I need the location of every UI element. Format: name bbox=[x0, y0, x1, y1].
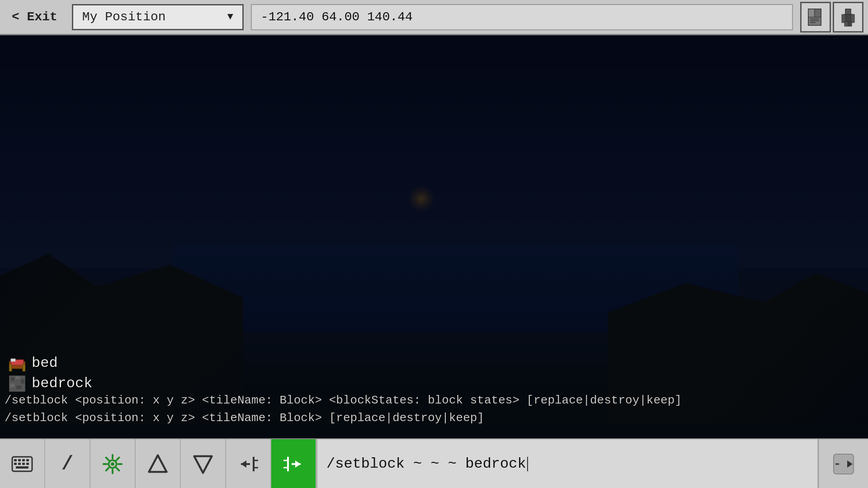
coordinates-display: -121.40 64.00 140.44 bbox=[251, 4, 793, 30]
svg-marker-45 bbox=[149, 455, 167, 472]
svg-marker-49 bbox=[241, 460, 246, 468]
settings-button[interactable] bbox=[90, 439, 136, 488]
svg-rect-15 bbox=[11, 359, 15, 361]
keyboard-icon bbox=[10, 452, 34, 476]
coordinates-text: -121.40 64.00 140.44 bbox=[261, 10, 413, 24]
command-hint-1: /setblock <position: x y z> <tileName: B… bbox=[5, 392, 863, 409]
autocomplete-bedrock[interactable]: bedrock bbox=[9, 375, 92, 392]
sky bbox=[0, 0, 868, 268]
svg-rect-20 bbox=[15, 376, 20, 379]
svg-line-42 bbox=[117, 468, 119, 470]
send-button[interactable] bbox=[818, 439, 868, 488]
down-arrow-icon bbox=[191, 452, 215, 476]
exit-button[interactable]: < Exit bbox=[5, 6, 65, 28]
command-hint-2: /setblock <position: x y z> <tileName: B… bbox=[5, 409, 863, 427]
header-icons bbox=[800, 2, 863, 33]
player-icon bbox=[838, 7, 858, 27]
svg-rect-34 bbox=[16, 466, 28, 469]
svg-rect-22 bbox=[10, 384, 14, 387]
svg-rect-10 bbox=[851, 14, 854, 23]
tab-right-icon bbox=[282, 452, 305, 476]
svg-rect-17 bbox=[23, 364, 25, 371]
svg-rect-26 bbox=[14, 459, 17, 461]
document-icon bbox=[806, 7, 826, 27]
map-icon-button[interactable] bbox=[800, 2, 831, 33]
up-arrow-icon bbox=[146, 452, 170, 476]
svg-rect-21 bbox=[21, 379, 24, 384]
up-arrow-button[interactable] bbox=[136, 439, 181, 488]
svg-rect-24 bbox=[13, 388, 15, 391]
tab-left-icon bbox=[236, 452, 260, 476]
svg-rect-29 bbox=[26, 459, 29, 461]
command-input-field[interactable]: /setblock ~ ~ ~ bedrock bbox=[316, 439, 818, 488]
svg-rect-47 bbox=[253, 457, 255, 471]
autocomplete-bed[interactable]: bed bbox=[9, 355, 92, 371]
svg-marker-46 bbox=[194, 456, 212, 473]
svg-point-36 bbox=[111, 462, 114, 466]
svg-rect-11 bbox=[844, 22, 848, 26]
svg-rect-19 bbox=[11, 377, 14, 381]
svg-rect-1 bbox=[808, 9, 815, 17]
slash-label: / bbox=[61, 453, 73, 475]
bedrock-label: bedrock bbox=[32, 375, 92, 392]
bed-block-icon bbox=[9, 355, 25, 371]
header-bar: < Exit My Position ▼ -121.40 64.00 140.4… bbox=[0, 0, 868, 35]
svg-rect-9 bbox=[842, 14, 845, 23]
svg-rect-12 bbox=[848, 22, 852, 26]
svg-rect-30 bbox=[14, 463, 17, 465]
svg-rect-28 bbox=[22, 459, 25, 461]
tab-right-button[interactable] bbox=[271, 439, 316, 488]
svg-line-41 bbox=[106, 457, 109, 460]
svg-rect-27 bbox=[18, 459, 21, 461]
chevron-down-icon: ▼ bbox=[227, 11, 233, 23]
svg-rect-2 bbox=[815, 9, 821, 17]
exit-label: < Exit bbox=[12, 10, 57, 24]
svg-rect-33 bbox=[26, 463, 29, 465]
gear-icon bbox=[101, 452, 124, 476]
svg-rect-23 bbox=[16, 385, 22, 389]
bottom-toolbar: / bbox=[0, 438, 868, 488]
svg-rect-7 bbox=[845, 9, 851, 14]
slash-button[interactable]: / bbox=[45, 439, 90, 488]
svg-rect-52 bbox=[287, 457, 289, 471]
down-arrow-button[interactable] bbox=[181, 439, 226, 488]
command-hints: /setblock <position: x y z> <tileName: B… bbox=[0, 392, 868, 427]
bed-label: bed bbox=[32, 355, 58, 371]
cursor-blink bbox=[527, 457, 528, 471]
command-input-text: /setblock ~ ~ ~ bedrock bbox=[326, 455, 526, 472]
keyboard-button[interactable] bbox=[0, 439, 45, 488]
svg-rect-16 bbox=[9, 364, 12, 371]
dropdown-label: My Position bbox=[82, 10, 166, 24]
svg-line-43 bbox=[117, 457, 119, 460]
svg-rect-32 bbox=[22, 463, 25, 465]
svg-marker-54 bbox=[295, 460, 301, 468]
send-arrow-icon bbox=[832, 452, 855, 476]
svg-line-44 bbox=[106, 468, 109, 470]
tab-left-button[interactable] bbox=[226, 439, 271, 488]
player-icon-button[interactable] bbox=[833, 2, 863, 33]
position-dropdown[interactable]: My Position ▼ bbox=[72, 4, 244, 30]
bedrock-block-icon bbox=[9, 375, 25, 392]
svg-rect-31 bbox=[18, 463, 21, 465]
